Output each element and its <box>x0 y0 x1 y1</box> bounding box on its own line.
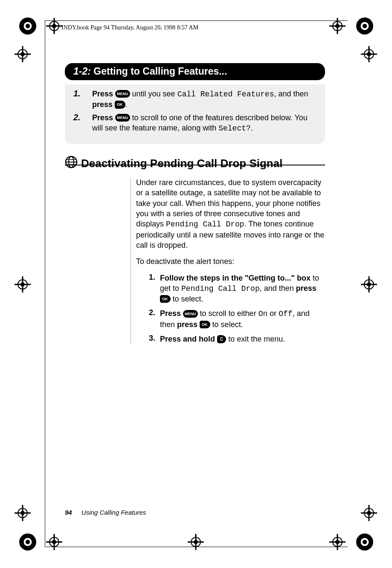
svg-point-13 <box>363 24 367 29</box>
text: . <box>125 100 128 109</box>
reg-mark-left-lower <box>15 505 31 521</box>
svg-point-48 <box>194 540 198 544</box>
lcd-text: Call Related Features <box>177 90 274 99</box>
menu-key-icon: MENU <box>183 310 198 318</box>
press-label: Press <box>92 90 113 98</box>
box-step-2: 2. Press MENU to scroll to one of the fe… <box>73 113 317 134</box>
press-label: Press <box>160 309 181 318</box>
ok-key-icon: OK <box>160 295 171 303</box>
reg-mark-left-upper <box>15 46 31 62</box>
crop-line-left <box>45 20 45 547</box>
text: , and then <box>260 284 296 293</box>
lcd-text: On <box>258 310 268 318</box>
ok-key-icon: OK <box>200 321 210 328</box>
page-number: 94 <box>65 509 72 516</box>
svg-point-21 <box>367 52 371 56</box>
step-1: 1. Follow the steps in the "Getting to..… <box>149 273 325 304</box>
text: . <box>251 124 253 132</box>
reg-star-bottom-left <box>19 533 37 551</box>
lcd-text: Pending Call Drop <box>166 220 244 229</box>
step-2: 2. Press MENU to scroll to either On or … <box>149 308 325 330</box>
reg-mark-right-upper <box>361 46 377 62</box>
text: to exit the menu. <box>226 335 285 343</box>
reg-mark-bottom-left-inner <box>46 534 62 550</box>
bold-text: Follow the steps in the "Getting to..." … <box>160 274 311 282</box>
box-step-1: 1. Press MENU until you see Call Related… <box>73 89 317 110</box>
reg-star-top-right <box>356 17 374 35</box>
box-step-1-num: 1. <box>73 89 92 110</box>
c-key-icon: C <box>217 335 226 344</box>
step-number: 1. <box>149 273 160 304</box>
press-label: press <box>177 320 197 329</box>
lcd-text: Pending Call Drop <box>181 284 260 293</box>
svg-point-2 <box>26 24 30 29</box>
text: or <box>267 309 279 318</box>
lcd-text: Select? <box>218 124 251 133</box>
page-footer: 94 Using Calling Features <box>65 509 146 516</box>
box-step-2-body: Press MENU to scroll to one of the featu… <box>92 113 317 134</box>
section-rule <box>65 165 325 165</box>
svg-point-44 <box>52 540 56 544</box>
numbered-steps: 1. Follow the steps in the "Getting to..… <box>149 273 325 345</box>
text: to select. <box>171 295 203 303</box>
bold-text: Press and hold <box>160 335 215 343</box>
ok-key-icon: OK <box>115 101 125 108</box>
svg-point-17 <box>20 52 25 56</box>
step-number: 2. <box>149 308 160 330</box>
reg-mark-right-lower <box>361 505 377 521</box>
section-heading: Deactivating Pending Call Drop Signal <box>65 156 325 171</box>
reg-star-top-left <box>19 17 37 35</box>
step-text: Follow the steps in the "Getting to..." … <box>160 273 325 304</box>
svg-point-33 <box>20 511 25 515</box>
reg-mark-top-right-inner <box>329 18 346 34</box>
reg-mark-bottom-center <box>188 534 204 550</box>
press-label: press <box>92 100 113 109</box>
text: until you see <box>130 90 177 98</box>
lcd-text: Off <box>279 310 292 318</box>
reg-star-bottom-right <box>356 533 374 551</box>
menu-key-icon: MENU <box>115 114 130 122</box>
svg-point-37 <box>367 511 371 515</box>
box-heading-title: Getting to Calling Features... <box>93 66 227 77</box>
text: to select. <box>210 320 243 329</box>
reg-mark-right-mid <box>361 276 377 293</box>
step-text: Press MENU to scroll to either On or Off… <box>160 308 325 330</box>
svg-point-10 <box>335 24 340 28</box>
page: INDY.book Page 94 Thursday, August 20, 1… <box>0 0 392 568</box>
svg-point-40 <box>26 540 30 545</box>
box-heading: 1-2: Getting to Calling Features... <box>65 63 325 80</box>
lead-in: To deactivate the alert tones: <box>136 256 325 267</box>
body-column: Under rare circumstances, due to system … <box>131 177 325 344</box>
footer-title: Using Calling Features <box>81 509 146 516</box>
content-area: 1-2: Getting to Calling Features... 1. P… <box>65 63 325 348</box>
svg-point-29 <box>367 282 371 287</box>
box-step-1-body: Press MENU until you see Call Related Fe… <box>92 89 317 110</box>
step-text: Press and hold C to exit the menu. <box>160 334 285 344</box>
crop-line-top <box>45 20 348 21</box>
running-header: INDY.book Page 94 Thursday, August 20, 1… <box>61 24 198 31</box>
text: to scroll to either <box>198 309 258 318</box>
reg-mark-left-mid <box>15 276 31 293</box>
reg-mark-top-left-inner <box>46 18 62 34</box>
getting-to-box: 1. Press MENU until you see Call Related… <box>65 84 325 144</box>
press-label: Press <box>92 113 113 122</box>
svg-point-52 <box>335 540 340 544</box>
step-3: 3. Press and hold C to exit the menu. <box>149 334 325 344</box>
text: , and then <box>274 90 308 98</box>
svg-point-55 <box>363 540 367 545</box>
svg-point-6 <box>52 24 56 28</box>
reg-mark-bottom-right-inner <box>329 534 346 550</box>
box-heading-number: 1-2: <box>73 66 91 77</box>
svg-point-25 <box>20 282 25 287</box>
press-label: press <box>296 284 317 293</box>
step-number: 3. <box>149 334 160 344</box>
intro-paragraph: Under rare circumstances, due to system … <box>136 177 325 250</box>
box-step-2-num: 2. <box>73 113 92 134</box>
section-title: Deactivating Pending Call Drop Signal <box>81 157 282 170</box>
menu-key-icon: MENU <box>115 90 130 98</box>
globe-icon <box>65 156 78 171</box>
